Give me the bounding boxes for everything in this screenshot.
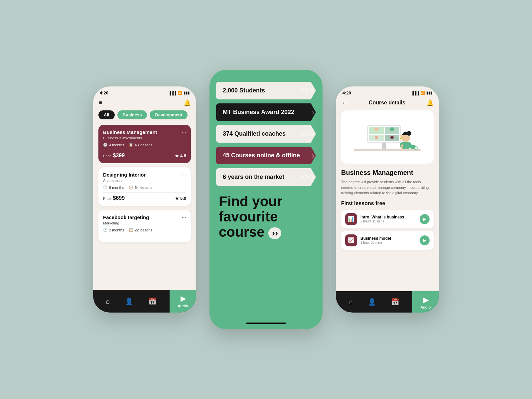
star-icon-1: ★ <box>175 153 179 158</box>
hero-text: Find your favourite course ›› <box>216 194 316 240</box>
card-subtitle-3: Marketing <box>103 221 186 225</box>
card-title-2: Designing Interior <box>103 172 146 178</box>
notification-icon[interactable]: 🔔 <box>184 99 191 106</box>
home-nav-icon[interactable]: ⌂ <box>106 298 110 305</box>
chart-icon: 📊 <box>348 216 354 222</box>
clock-icon-2: 🕐 <box>103 185 108 190</box>
course-card-business-management[interactable]: Business Management ··· Business & inves… <box>98 125 191 163</box>
status-icons-3: ▐▐▐ 📶 ▮▮▮ <box>411 91 432 95</box>
calendar-nav-icon-3[interactable]: 📅 <box>391 298 399 306</box>
phone1: 4:20 ▐▐▐ 📶 ▮▮▮ ≡ 🔔 All Business Developm… <box>93 86 196 313</box>
clock-icon-3: 🕐 <box>103 228 108 232</box>
chevron-1: › <box>312 107 315 117</box>
card-menu-2[interactable]: ··· <box>182 172 186 178</box>
bottom-nav-1: ⌂ 👤 📅 ▶ Audio <box>93 290 196 313</box>
hero-line3: course ›› <box>219 224 313 240</box>
nav-items-1: ⌂ 👤 📅 <box>93 290 170 313</box>
svg-point-9 <box>390 127 394 131</box>
lesson-play-2[interactable]: ▶ <box>420 235 430 245</box>
course-hero-image <box>341 110 434 164</box>
nav-items-3: ⌂ 👤 📅 <box>336 291 412 313</box>
lessons-1: 📋 48 lessons <box>129 143 152 147</box>
book-icon-3: 📋 <box>129 228 133 232</box>
card-meta-2: 🕐 6 months 📋 64 lessons <box>103 185 186 193</box>
lesson-icon-1: 📊 <box>345 213 357 225</box>
profile-nav-icon[interactable]: 👤 <box>125 297 133 305</box>
course-card-interior[interactable]: Designing Interior ··· Architecture 🕐 6 … <box>98 167 191 206</box>
filter-tabs: All Business Development <box>98 110 191 119</box>
card-title-3: Facebook targeting <box>103 214 149 220</box>
wifi-icon-3: 📶 <box>420 91 425 95</box>
stat-row-3: 45 Courses online & offline › <box>216 147 316 164</box>
card-header-2: Designing Interior ··· <box>103 172 186 178</box>
status-icons-1: ▐▐▐ 📶 ▮▮▮ <box>169 91 190 95</box>
course-card-facebook[interactable]: Facebook targeting ··· Marketing 🕐 2 mon… <box>98 210 191 242</box>
svg-rect-15 <box>411 145 415 149</box>
arrow-badge: ›› <box>268 227 281 239</box>
lessons-2: 📋 64 lessons <box>129 185 152 190</box>
stat-courses: 45 Courses online & offline <box>216 147 316 164</box>
profile-nav-icon-3[interactable]: 👤 <box>368 298 376 306</box>
card-footer-2: Price $699 ★ 5.0 <box>103 195 186 201</box>
back-button[interactable]: ← <box>341 99 348 106</box>
card-meta-3: 🕐 2 months 📋 22 lessons <box>103 228 186 235</box>
home-nav-icon-3[interactable]: ⌂ <box>349 298 353 306</box>
signal-icon: ▐▐▐ <box>169 91 176 95</box>
phone3-header: ← Course details 🔔 <box>336 97 439 110</box>
lesson-item-2[interactable]: 📈 Business model 1 hour 35 mins ▶ <box>341 231 434 250</box>
clock-icon-1: 🕐 <box>103 143 108 147</box>
course-details-title: Business Management <box>341 169 434 177</box>
time-1: 4:20 <box>100 90 108 95</box>
svg-point-16 <box>400 137 402 139</box>
calendar-nav-icon[interactable]: 📅 <box>148 297 157 305</box>
svg-point-10 <box>375 136 378 139</box>
audio-button-1[interactable]: ▶ Audio <box>170 290 196 313</box>
bottom-nav-3: ⌂ 👤 📅 ▶ Audio <box>336 291 439 313</box>
price-container-1: Price $399 <box>103 153 125 159</box>
phone3: 4:20 ▐▐▐ 📶 ▮▮▮ ← Course details 🔔 <box>336 86 439 313</box>
book-icon-1: 📋 <box>129 143 133 147</box>
card-menu-1[interactable]: ··· <box>182 129 186 135</box>
rating-1: ★ 4.8 <box>175 153 186 158</box>
tab-development[interactable]: Development <box>150 110 188 119</box>
chevron-3: › <box>312 150 315 161</box>
lesson-info-1: Intro. What is business 2 hours 15 mins <box>360 215 416 223</box>
card-header-1: Business Management ··· <box>103 129 186 135</box>
free-lessons-title: First lessons free <box>341 200 434 206</box>
lesson-item-1[interactable]: 📊 Intro. What is business 2 hours 15 min… <box>341 210 434 228</box>
svg-point-8 <box>374 127 378 131</box>
notification-icon-3[interactable]: 🔔 <box>426 99 434 106</box>
tab-all[interactable]: All <box>98 110 115 119</box>
play-icon-1: ▶ <box>181 295 186 303</box>
stat-row-2: 374 Qualified coaches >>> <box>216 125 316 143</box>
price-container-2: Price $699 <box>103 195 125 201</box>
lesson-play-1[interactable]: ▶ <box>420 214 430 224</box>
hero-illustration <box>341 110 434 164</box>
card-menu-3[interactable]: ··· <box>182 214 186 220</box>
chevron-2: >>> <box>299 129 315 139</box>
stat-row-4: 6 years on the market >>> <box>216 168 316 186</box>
hero-line1: Find your <box>219 194 313 209</box>
battery-icon: ▮▮▮ <box>184 91 190 95</box>
book-icon-2: 📋 <box>129 185 133 190</box>
phone1-header: ≡ 🔔 <box>98 97 191 110</box>
duration-1: 🕐 4 months <box>103 143 124 147</box>
svg-point-11 <box>390 136 394 139</box>
graph-icon: 📈 <box>348 237 354 243</box>
card-header-3: Facebook targeting ··· <box>103 214 186 220</box>
tab-business[interactable]: Business <box>117 110 147 119</box>
menu-icon[interactable]: ≡ <box>98 99 102 106</box>
battery-icon-3: ▮▮▮ <box>426 91 432 95</box>
phone2-content: 2,000 Students >>> MT Business Award 202… <box>209 70 323 245</box>
chevron-4: >>> <box>299 172 315 182</box>
stat-row-0: 2,000 Students >>> <box>216 82 316 99</box>
play-icon-3: ▶ <box>423 296 428 304</box>
audio-button-3[interactable]: ▶ Audio <box>412 291 439 313</box>
lesson-info-2: Business model 1 hour 35 mins <box>360 236 416 244</box>
svg-rect-1 <box>382 142 386 149</box>
page-title: Course details <box>369 100 405 106</box>
stat-award: MT Business Award 2022 <box>216 103 316 121</box>
phone1-content: ≡ 🔔 All Business Development Business Ma… <box>93 97 196 242</box>
wifi-icon: 📶 <box>178 91 182 95</box>
card-subtitle-2: Architecture <box>103 179 186 183</box>
